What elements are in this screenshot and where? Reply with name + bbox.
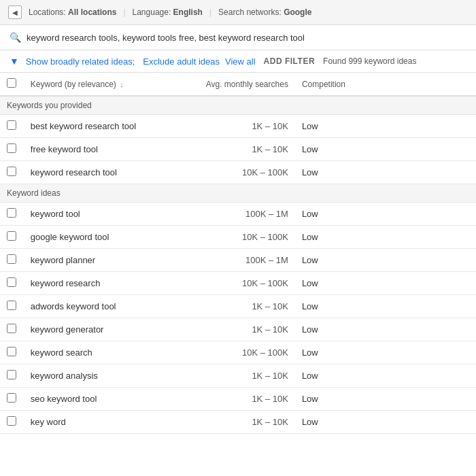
row-checkbox-cell[interactable]	[0, 411, 24, 434]
row-checkbox-cell[interactable]	[0, 272, 24, 295]
keyword-cell: best keyword research tool	[24, 115, 184, 138]
row-checkbox-cell[interactable]	[0, 388, 24, 411]
keyword-cell: adwords keyword tool	[24, 295, 184, 318]
select-all-checkbox[interactable]	[7, 78, 16, 88]
avg-cell: 10K – 100K	[184, 341, 295, 364]
table-row: keyword analysis 1K – 10K Low	[0, 364, 476, 388]
keyword-cell: keyword analysis	[24, 364, 184, 388]
row-checkbox-cell[interactable]	[0, 318, 24, 341]
add-filter-button[interactable]: ADD FILTER	[264, 56, 315, 66]
header-competition[interactable]: Competition	[295, 73, 386, 96]
avg-cell: 1K – 10K	[184, 138, 295, 161]
show-broadly-link[interactable]: Show broadly related ideas;	[26, 56, 135, 67]
networks-value: Google	[284, 7, 311, 17]
keyword-table-wrap: Keyword (by relevance) ↓ Avg. monthly se…	[0, 73, 476, 434]
row-checkbox[interactable]	[7, 167, 16, 176]
section-header-row: Keywords you provided	[0, 96, 476, 115]
sep1: |	[123, 7, 125, 17]
row-checkbox-cell[interactable]	[0, 138, 24, 161]
competition-cell: Low	[295, 161, 386, 184]
search-bar: 🔍	[0, 25, 476, 50]
extra-cell	[386, 226, 476, 249]
row-checkbox-cell[interactable]	[0, 226, 24, 249]
table-row: best keyword research tool 1K – 10K Low	[0, 115, 476, 138]
header-extra	[386, 73, 476, 96]
extra-cell	[386, 249, 476, 272]
avg-col-label: Avg. monthly searches	[206, 80, 288, 89]
extra-cell	[386, 203, 476, 226]
table-row: google keyword tool 10K – 100K Low	[0, 226, 476, 249]
row-checkbox[interactable]	[7, 143, 16, 153]
sort-arrow-icon: ↓	[120, 80, 124, 88]
row-checkbox[interactable]	[7, 277, 16, 287]
keyword-cell: keyword planner	[24, 249, 184, 272]
keyword-cell: keyword tool	[24, 203, 184, 226]
row-checkbox-cell[interactable]	[0, 115, 24, 138]
table-row: keyword generator 1K – 10K Low	[0, 318, 476, 341]
avg-cell: 100K – 1M	[184, 203, 295, 226]
keyword-cell: free keyword tool	[24, 138, 184, 161]
header-avg[interactable]: Avg. monthly searches	[184, 73, 295, 96]
keyword-table: Keyword (by relevance) ↓ Avg. monthly se…	[0, 73, 476, 434]
keyword-cell: key word	[24, 411, 184, 434]
table-row: keyword research 10K – 100K Low	[0, 272, 476, 295]
row-checkbox-cell[interactable]	[0, 161, 24, 184]
row-checkbox-cell[interactable]	[0, 341, 24, 364]
section-header-row: Keyword ideas	[0, 184, 476, 203]
search-input[interactable]	[27, 33, 466, 43]
keyword-cell: keyword generator	[24, 318, 184, 341]
back-button[interactable]: ◀	[8, 5, 22, 19]
filter-icon: ▼	[10, 56, 19, 67]
found-text: Found 999 keyword ideas	[323, 56, 416, 66]
row-checkbox[interactable]	[7, 393, 16, 403]
row-checkbox-cell[interactable]	[0, 295, 24, 318]
extra-cell	[386, 272, 476, 295]
extra-cell	[386, 341, 476, 364]
avg-cell: 10K – 100K	[184, 226, 295, 249]
header-keyword[interactable]: Keyword (by relevance) ↓	[24, 73, 184, 96]
row-checkbox[interactable]	[7, 370, 16, 379]
row-checkbox[interactable]	[7, 208, 16, 218]
locations-value: All locations	[68, 7, 116, 17]
extra-cell	[386, 411, 476, 434]
header-checkbox-col[interactable]	[0, 73, 24, 96]
exclude-adult-link[interactable]: Exclude adult ideas	[143, 56, 220, 67]
row-checkbox[interactable]	[7, 301, 16, 310]
table-body: Keywords you provided best keyword resea…	[0, 96, 476, 434]
extra-cell	[386, 115, 476, 138]
table-row: keyword tool 100K – 1M Low	[0, 203, 476, 226]
avg-cell: 1K – 10K	[184, 364, 295, 388]
avg-cell: 1K – 10K	[184, 388, 295, 411]
row-checkbox[interactable]	[7, 324, 16, 333]
competition-cell: Low	[295, 272, 386, 295]
competition-cell: Low	[295, 226, 386, 249]
extra-cell	[386, 318, 476, 341]
competition-cell: Low	[295, 249, 386, 272]
filter-bar: ▼ Show broadly related ideas; Exclude ad…	[0, 50, 476, 73]
view-all-link[interactable]: View all	[225, 56, 256, 67]
row-checkbox-cell[interactable]	[0, 249, 24, 272]
locations-label: Locations:	[29, 7, 66, 17]
table-row: keyword planner 100K – 1M Low	[0, 249, 476, 272]
row-checkbox[interactable]	[7, 120, 16, 130]
avg-cell: 1K – 10K	[184, 115, 295, 138]
keyword-cell: keyword search	[24, 341, 184, 364]
avg-cell: 10K – 100K	[184, 161, 295, 184]
competition-cell: Low	[295, 364, 386, 388]
extra-cell	[386, 295, 476, 318]
row-checkbox[interactable]	[7, 416, 16, 426]
networks-label: Search networks:	[218, 7, 282, 17]
competition-cell: Low	[295, 295, 386, 318]
row-checkbox[interactable]	[7, 347, 16, 356]
sep2: |	[209, 7, 211, 17]
row-checkbox-cell[interactable]	[0, 203, 24, 226]
section-label: Keywords you provided	[0, 96, 476, 115]
row-checkbox[interactable]	[7, 254, 16, 264]
table-row: free keyword tool 1K – 10K Low	[0, 138, 476, 161]
table-header-row: Keyword (by relevance) ↓ Avg. monthly se…	[0, 73, 476, 96]
competition-cell: Low	[295, 115, 386, 138]
top-bar: ◀ Locations: All locations | Language: E…	[0, 0, 476, 25]
row-checkbox-cell[interactable]	[0, 364, 24, 388]
keyword-cell: seo keyword tool	[24, 388, 184, 411]
row-checkbox[interactable]	[7, 231, 16, 241]
